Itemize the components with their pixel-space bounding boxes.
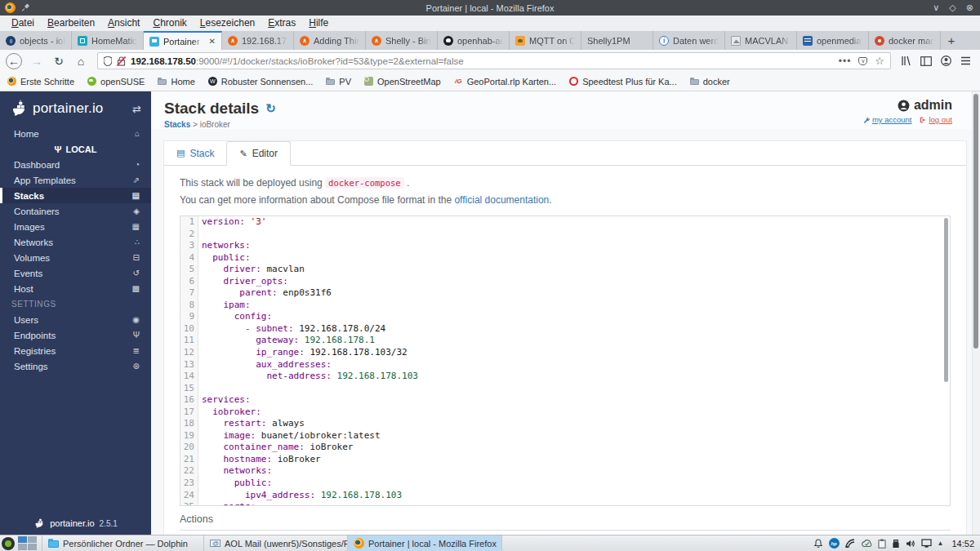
sidebar-item-endpoints[interactable]: EndpointsΨ: [0, 327, 151, 343]
browser-tab[interactable]: openmediava: [797, 31, 869, 50]
browser-tab[interactable]: Shelly - Bindin: [366, 31, 438, 50]
sidebar-item-registries[interactable]: Registries≣: [0, 343, 151, 358]
minimize-icon[interactable]: ∨: [933, 3, 939, 12]
endpoint-local[interactable]: ΨLOCAL: [0, 141, 151, 157]
menu-hilfe[interactable]: Hilfe: [302, 16, 335, 31]
reload-button[interactable]: ↻: [49, 52, 69, 70]
volume-icon[interactable]: [906, 539, 915, 549]
browser-tab[interactable]: objects - ioBro: [0, 31, 72, 50]
desktop-2[interactable]: [28, 536, 37, 543]
forward-button[interactable]: →: [27, 52, 47, 70]
bookmark-item[interactable]: OpenStreetMap: [364, 77, 441, 87]
usb-device-icon[interactable]: [892, 539, 900, 549]
sidebar-item-label: Endpoints: [14, 331, 56, 340]
menu-lesezeichen[interactable]: Lesezeichen: [194, 16, 261, 31]
back-button[interactable]: ←: [6, 53, 22, 69]
compose-editor[interactable]: 1version: '3'23networks:4 public:5 drive…: [180, 216, 951, 506]
page-actions-icon[interactable]: •••: [839, 56, 852, 67]
tab-editor[interactable]: ✎Editor: [226, 141, 291, 166]
browser-tab[interactable]: docker macvl: [869, 31, 941, 50]
page-scrollbar[interactable]: [972, 91, 980, 535]
hp-tray-icon[interactable]: hp: [829, 538, 840, 549]
maximize-icon[interactable]: ◇: [949, 3, 956, 12]
new-tab-button[interactable]: +: [941, 31, 962, 50]
browser-tab[interactable]: Portainer✕: [144, 31, 222, 50]
virtual-desktop-pager[interactable]: [18, 536, 37, 550]
sidebar-item-networks[interactable]: Networks∴: [0, 234, 151, 250]
editor-scrollbar[interactable]: [944, 218, 948, 382]
menu-datei[interactable]: Datei: [5, 16, 41, 31]
breadcrumb-stacks-link[interactable]: Stacks: [164, 120, 190, 129]
user-menu[interactable]: admin: [863, 98, 952, 113]
home-icon: ⌂: [135, 129, 140, 138]
sidebar-item-users[interactable]: Users◉: [0, 312, 151, 327]
tab-stack[interactable]: ▤Stack: [164, 141, 226, 165]
library-icon[interactable]: [901, 56, 911, 66]
sidebar-item-dashboard[interactable]: Dashboard◔: [0, 157, 151, 172]
bookmark-star-icon[interactable]: ☆: [875, 55, 884, 67]
account-icon[interactable]: [941, 56, 951, 66]
bookmark-item[interactable]: docker: [690, 77, 730, 87]
line-number: 6: [180, 276, 198, 288]
url-bar[interactable]: 192.168.178.50 :9000/#!/1/docker/stacks/…: [97, 52, 891, 69]
taskbar-task[interactable]: Persönlicher Ordner — Dolphin: [42, 535, 203, 551]
app-launcher-icon[interactable]: [2, 537, 15, 550]
sidebar-item-app-templates[interactable]: App Templates⇗: [0, 172, 151, 188]
sidebar-item-images[interactable]: Images▦: [0, 219, 151, 234]
refresh-icon[interactable]: ↻: [265, 101, 276, 116]
sidebar-item-home[interactable]: Home⌂: [0, 126, 151, 141]
menu-extras[interactable]: Extras: [261, 16, 302, 31]
taskbar-task[interactable]: Portainer | local - Mozilla Firefox: [347, 535, 502, 551]
endpoint-switch-icon[interactable]: ⇄: [132, 103, 141, 115]
sidebar-toggle-icon[interactable]: [920, 56, 932, 66]
official-documentation-link[interactable]: official documentation: [454, 194, 549, 206]
desktop-3[interactable]: [18, 544, 27, 550]
menu-chronik[interactable]: Chronik: [146, 16, 193, 31]
network-signal-icon[interactable]: [845, 539, 855, 549]
menu-ansicht[interactable]: Ansicht: [101, 16, 146, 31]
taskbar-task[interactable]: AOL Mail (uwenr5)/Sonstiges/Polli...: [203, 535, 347, 551]
insecure-lock-icon[interactable]: [117, 56, 126, 66]
browser-tab[interactable]: MACVLAN übe: [725, 31, 797, 50]
display-network-icon[interactable]: [921, 539, 932, 548]
tray-expander-icon[interactable]: ▲: [938, 540, 944, 547]
bookmark-item[interactable]: Robuster Sonnensen...: [208, 77, 314, 87]
browser-tab[interactable]: MQTT on Ope: [510, 31, 581, 50]
sidebar-item-stacks[interactable]: Stacks▤: [0, 188, 151, 203]
browser-tab[interactable]: Adding Things: [294, 31, 366, 50]
home-button[interactable]: ⌂: [71, 52, 91, 70]
close-tab-icon[interactable]: ✕: [209, 37, 216, 46]
cloud-sync-icon[interactable]: [861, 539, 872, 548]
desktop-4[interactable]: [28, 544, 37, 550]
tracking-shield-icon[interactable]: [104, 56, 112, 66]
bookmark-item[interactable]: Erste Schritte: [7, 77, 74, 87]
browser-tab[interactable]: HomeMatic W: [72, 31, 144, 50]
browser-tab[interactable]: openhab-add: [438, 31, 510, 50]
menu-bearbeiten[interactable]: Bearbeiten: [41, 16, 101, 31]
log-out-link[interactable]: log out: [920, 115, 952, 124]
code-line: 12 ip_range: 192.168.178.103/32: [180, 347, 950, 359]
browser-tab[interactable]: Shelly1PM: [581, 31, 653, 50]
desktop-1[interactable]: [18, 536, 27, 543]
sidebar-item-volumes[interactable]: Volumes⊟: [0, 250, 151, 265]
browser-tab[interactable]: Daten werden: [653, 31, 725, 50]
bookmark-item[interactable]: Home: [158, 77, 194, 87]
pocket-icon[interactable]: ∨: [858, 57, 867, 65]
sidebar-item-events[interactable]: Events↺: [0, 265, 151, 281]
sidebar-logo[interactable]: portainer.io ⇄: [0, 91, 151, 126]
bookmark-item[interactable]: PV: [326, 77, 351, 87]
clipboard-icon[interactable]: [878, 539, 886, 549]
my-account-link[interactable]: my account: [863, 115, 912, 124]
browser-tab[interactable]: 192.168.178.1: [222, 31, 294, 50]
sidebar-item-host[interactable]: Host▩: [0, 281, 151, 296]
page-scrollbar-thumb[interactable]: [973, 94, 978, 349]
bookmark-label: openSUSE: [100, 77, 145, 87]
hamburger-menu-icon[interactable]: [960, 56, 971, 65]
sidebar-item-settings[interactable]: Settings⊛: [0, 358, 151, 374]
bookmark-item[interactable]: GeoPortal.rlp Karten...: [454, 77, 556, 87]
sidebar-item-containers[interactable]: Containers◈: [0, 203, 151, 219]
close-icon[interactable]: ⊗: [966, 3, 973, 12]
notifications-bell-icon[interactable]: [813, 539, 823, 549]
bookmark-item[interactable]: Speedtest Plus für Ka...: [569, 77, 677, 87]
bookmark-item[interactable]: openSUSE: [87, 77, 145, 87]
